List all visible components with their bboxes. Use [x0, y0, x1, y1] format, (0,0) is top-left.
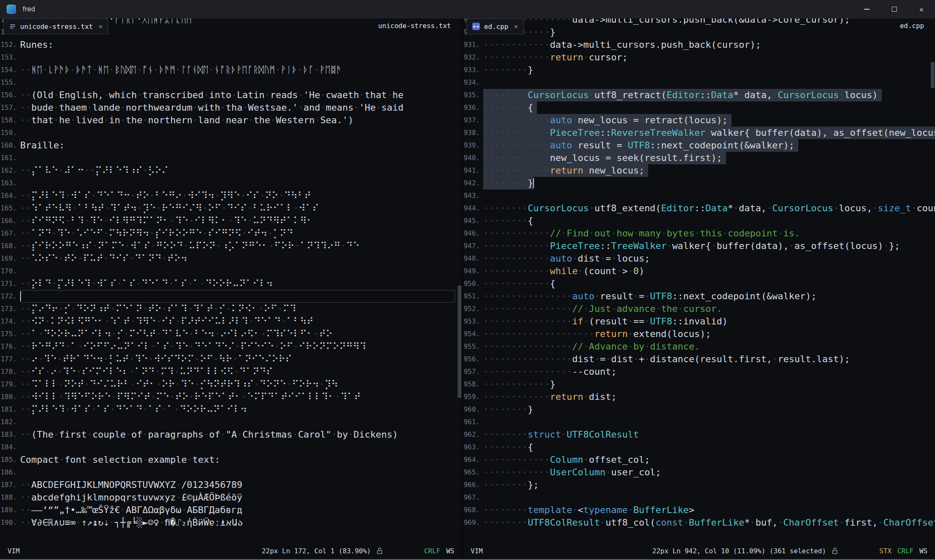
code-line[interactable]: 159. — [0, 127, 462, 139]
code-line[interactable]: 966.········}; — [463, 479, 935, 491]
code-line[interactable]: 943. — [463, 189, 935, 202]
code-line[interactable]: 177.··⠔·⠹⠑·⠞⠗⠁⠙⠑⠲·⡃⠥⠞·⠹⠑·⠺⠊⠎⠙⠕⠍·⠕⠋·⠳⠗·⠁⠝… — [0, 353, 462, 366]
code-line[interactable]: 956.················dist·=·dist·+·distan… — [463, 353, 935, 366]
code-line[interactable]: 186. — [0, 466, 462, 479]
code-line[interactable]: 170. — [0, 265, 462, 277]
code-line[interactable]: 960.········} — [463, 403, 935, 416]
code-line[interactable]: 965.············UserColumn·user_col; — [463, 466, 935, 479]
code-line[interactable]: 154.··ᚻᛖ·ᚳᚹᚫᚦ·ᚦᚫᛏ·ᚻᛖ·ᛒᚢᛞᛖ·ᚩᚾ·ᚦᚫᛗ·ᛚᚪᚾᛞᛖ·ᚾ… — [0, 64, 462, 76]
code-line[interactable]: 174.··⠪⠝·⠅⠝⠪⠇⠫⠛⠑⠂·⠱⠁⠞·⠹⠻⠑·⠊⠎·⠏⠜⠞⠊⠊⠥⠇⠜⠇⠹·… — [0, 315, 462, 328]
code-line[interactable]: 939.············auto·result·=·UTF8::next… — [463, 139, 935, 152]
code-line[interactable]: 958.············} — [463, 378, 935, 391]
code-line[interactable]: 962.········struct·UTF8ColResult — [463, 428, 935, 441]
code-line[interactable]: 961. — [463, 416, 935, 428]
code-line[interactable]: 929.················data->multi_cursors.… — [463, 18, 935, 26]
unlock-icon[interactable] — [377, 547, 383, 555]
code-line[interactable]: 949.············while·(count·>·0) — [463, 265, 935, 277]
code-line[interactable]: 936.········{ — [463, 101, 935, 114]
code-line[interactable]: 934. — [463, 76, 935, 89]
code-line[interactable]: 178.··⠊⠎·⠔·⠹⠑·⠎⠊⠍⠊⠇⠑⠆·⠁⠝⠙·⠍⠹·⠥⠝⠙⠁⠇⠇⠪⠫·⠙⠁… — [0, 366, 462, 378]
code-line[interactable]: 933.········} — [463, 64, 935, 76]
code-line[interactable]: 153. — [0, 51, 462, 64]
code-line[interactable]: 950.············{ — [463, 277, 935, 290]
code-line[interactable]: 959.············return·dist; — [463, 391, 935, 403]
code-line[interactable]: 180.··⠺⠊⠇⠇·⠹⠻⠑⠋⠕⠗⠑·⠏⠻⠍⠊⠞·⠍⠑·⠞⠕·⠗⠑⠏⠑⠁⠞⠂·⠑… — [0, 391, 462, 403]
code-line[interactable]: 937.············auto·new_locus·=·retract… — [463, 114, 935, 127]
text-editor-right[interactable]: 929.················data->multi_cursors.… — [463, 18, 935, 542]
status-flag-crlf[interactable]: CRLF — [897, 547, 914, 555]
code-line[interactable]: 190.··∀∂∈ℝ∧∪≡∞·↑↗↨↻⇣·┐┼╔╘░►☺♀·ﬁ�⑀₂ἠḂӥẄɐː… — [0, 516, 462, 529]
code-line[interactable]: 952.················//·Just·advance·the·… — [463, 303, 935, 315]
code-line[interactable]: 179.··⠩⠁⠇⠇·⠝⠕⠞·⠙⠊⠌⠥⠗⠃·⠊⠞⠂·⠕⠗·⠹⠑·⡊⠳⠝⠞⠗⠹⠰⠎… — [0, 378, 462, 391]
status-flag-crlf[interactable]: CRLF — [424, 547, 440, 555]
code-line[interactable]: 940.············new_locus·=·seek(result.… — [463, 152, 935, 164]
code-line[interactable]: 167.··⠁⠝⠙·⠹⠑·⠡⠊⠑⠋·⠍⠳⠗⠝⠻⠲·⡎⠊⠗⠕⠕⠛⠑·⠎⠊⠛⠝⠫·⠊… — [0, 227, 462, 240]
tab-unicode-stress-txt[interactable]: unicode-stress.txt ✕ — [3, 18, 108, 34]
code-line[interactable]: 164.··⡍⠜⠇⠑⠹·⠺⠁⠎·⠙⠑⠁⠙⠒·⠞⠕·⠃⠑⠛⠔·⠺⠊⠹⠲·⡹⠻⠑·⠊… — [0, 189, 462, 202]
code-line[interactable]: 172. — [0, 290, 462, 303]
code-line[interactable]: 945.········{ — [463, 215, 935, 227]
code-line[interactable]: 163. — [0, 177, 462, 189]
code-line[interactable]: 944.········CursorLocus·utf8_extend(Edit… — [463, 202, 935, 215]
scrollbar[interactable] — [930, 18, 935, 542]
code-line[interactable]: 967. — [463, 491, 935, 504]
code-line[interactable]: 161. — [0, 152, 462, 164]
code-line[interactable]: 963.········{ — [463, 441, 935, 454]
maximize-button[interactable] — [880, 0, 908, 18]
code-line[interactable]: 948.············auto·dist·=·locus; — [463, 252, 935, 265]
code-line[interactable]: 930.············} — [463, 26, 935, 39]
code-line[interactable]: 181.··⡍⠜⠇⠑⠹·⠺⠁⠎·⠁⠎·⠙⠑⠁⠙·⠁⠎·⠁·⠙⠕⠕⠗⠤⠝⠁⠊⠇⠲ — [0, 403, 462, 416]
code-line[interactable]: 188.··abcdefghijklmnopqrstuvwxyz·£©µÀÆÖÞ… — [0, 491, 462, 504]
code-line[interactable]: 938.············PieceTree::ReverseTreeWa… — [463, 127, 935, 139]
code-line[interactable]: 951.················auto·result·=·UTF8::… — [463, 290, 935, 303]
code-line[interactable]: 189.··–—‘“”„†•…‰™œŠŸž€·ΑΒΓΔΩαβγδω·АБВГДа… — [0, 504, 462, 516]
code-line[interactable]: 160.Braille: — [0, 139, 462, 152]
unlock-icon[interactable] — [832, 547, 838, 555]
code-line[interactable]: 169.··⠡⠕⠎⠑·⠞⠕·⠏⠥⠞·⠙⠊⠎·⠙⠁⠝⠙·⠞⠕⠲ — [0, 252, 462, 265]
code-line[interactable]: 152.Runes: — [0, 39, 462, 51]
code-line[interactable]: 947.············PieceTree::TreeWalker·wa… — [463, 240, 935, 252]
code-line[interactable]: 968.········template·<typename·BufferLik… — [463, 504, 935, 516]
code-line[interactable]: 184. — [0, 441, 462, 454]
code-line[interactable]: 166.··⠎⠊⠛⠝⠫·⠃⠹·⠹⠑·⠊⠇⠻⠛⠹⠍⠁⠝⠂·⠹⠑·⠊⠇⠻⠅⠂·⠹⠑·… — [0, 215, 462, 227]
code-line[interactable]: 165.··⠱⠁⠞⠑⠧⠻·⠁⠃⠳⠞·⠹⠁⠞⠲·⡹⠑·⠗⠑⠛⠊⠌⠻·⠕⠋·⠙⠊⠎·… — [0, 202, 462, 215]
code-line[interactable]: 176.··⠗⠑⠛⠜⠙·⠁·⠊⠕⠋⠋⠔⠤⠝⠁⠊⠇·⠁⠎·⠹⠑·⠙⠑⠁⠙⠑⠌·⠏⠊… — [0, 340, 462, 353]
status-flag-stx[interactable]: STX — [879, 547, 891, 555]
status-flag-ws[interactable]: WS — [446, 547, 454, 555]
code-line[interactable]: 935.········CursorLocus·utf8_retract(Edi… — [463, 89, 935, 101]
scrollbar-thumb[interactable] — [458, 285, 461, 398]
code-line[interactable]: 158.··that·he·lived·in·the·northern·land… — [0, 114, 462, 127]
code-line[interactable]: 957.················--count; — [463, 366, 935, 378]
code-line[interactable]: 183.··(The·first·couple·of·paragraphs·of… — [0, 428, 462, 441]
code-line[interactable]: 157.··bude·thaem·lande·northweardum·with… — [0, 101, 462, 114]
minimize-button[interactable] — [853, 0, 880, 18]
code-line[interactable]: 932.············return·cursor; — [463, 51, 935, 64]
code-line[interactable]: 964.············Column·offset_col; — [463, 454, 935, 466]
scrollbar[interactable] — [457, 18, 462, 542]
code-line[interactable]: 946.············//·Find·out·how·many·byt… — [463, 227, 935, 240]
close-button[interactable]: ✕ — [908, 0, 935, 18]
code-line[interactable]: 185.Compact·font·selection·example·text: — [0, 454, 462, 466]
code-line[interactable]: 942.········} — [463, 177, 935, 189]
code-line[interactable]: 969.········UTF8ColResult·utf8_col(const… — [463, 516, 935, 529]
status-flag-ws[interactable]: WS — [919, 547, 927, 555]
tab-ed-cpp[interactable]: ++ ed.cpp ✕ — [466, 18, 524, 34]
code-line[interactable]: 162.··⡌⠁⠧⠑·⠼⠁⠒··⡍⠜⠇⠑⠹⠰⠎·⡣⠕⠌ — [0, 164, 462, 177]
code-line[interactable]: 954.····················return·extend(lo… — [463, 328, 935, 340]
code-line[interactable]: 171.··⡕⠇⠙·⡍⠜⠇⠑⠹·⠺⠁⠎·⠁⠎·⠙⠑⠁⠙·⠁⠎·⠁·⠙⠕⠕⠗⠤⠝⠁… — [0, 277, 462, 290]
code-line[interactable]: 175.··⠁·⠙⠕⠕⠗⠤⠝⠁⠊⠇⠲·⡊·⠍⠊⠣⠞·⠙⠁⠧⠑·⠃⠑⠲·⠔⠊⠇⠔⠫… — [0, 328, 462, 340]
text-editor-left[interactable]: 150.··ᚠᛇᚻ᛫ᛒᛦᚦ᛫ᚠᚱᚩᚠᚢᚱ᛫ᚠᛁᚱᚪ᛫ᚷᛖᚻᚹᛦᛚᚳᚢᛗ151.1… — [0, 18, 462, 542]
tab-close-button[interactable]: ✕ — [99, 23, 102, 30]
code-line[interactable]: 156.··(Old·English,·which·transcribed·in… — [0, 89, 462, 101]
code-line[interactable]: 931.············data->multi_cursors.push… — [463, 39, 935, 51]
code-line[interactable]: 941.············return·new_locus; — [463, 164, 935, 177]
tab-close-button[interactable]: ✕ — [514, 23, 518, 30]
code-line[interactable]: 955.················//·Advance·by·distan… — [463, 340, 935, 353]
code-line[interactable]: 173.··⡍⠔⠙⠖·⡊·⠙⠕⠝⠰⠞·⠍⠑⠁⠝·⠞⠕·⠎⠁⠹·⠹⠁⠞·⡊·⠅⠝⠪… — [0, 303, 462, 315]
code-line[interactable]: 182. — [0, 416, 462, 428]
code-line[interactable]: 187.··ABCDEFGHIJKLMNOPQRSTUVWXYZ·/012345… — [0, 479, 462, 491]
code-line[interactable]: 953.················if·(result·==·UTF8::… — [463, 315, 935, 328]
code-line[interactable]: 168.··⡎⠊⠗⠕⠕⠛⠑⠰⠎·⠝⠁⠍⠑·⠺⠁⠎·⠛⠕⠕⠙·⠥⠏⠕⠝·⠰⡡⠁⠝⠛… — [0, 240, 462, 252]
scrollbar-thumb[interactable] — [931, 62, 935, 88]
code-line[interactable]: 155. — [0, 76, 462, 89]
